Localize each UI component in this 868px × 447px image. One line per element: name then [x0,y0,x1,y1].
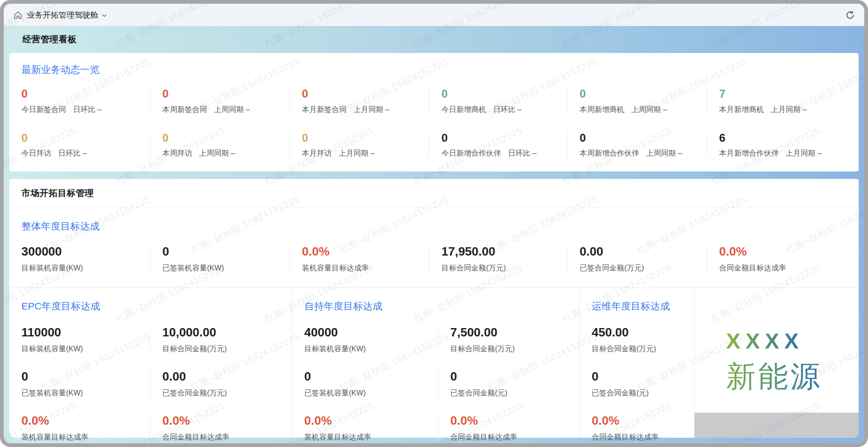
stat-label: 目标合同金额(万元) [441,263,567,273]
stat-label: 已签合同金额(元) [592,388,694,398]
stat-item: 17,950.00 目标合同金额(万元) [429,245,567,273]
stat-value: 6 [719,131,859,145]
stat-item: 7,500.00 目标合同金额(万元) [438,326,579,354]
stat-value: 0 [21,87,150,100]
stat-item: 0 本周拜访上周同期 – [150,131,289,159]
stat-item: 0 已签装机容量(KW) [292,370,438,398]
stat-value: 0.0% [592,414,694,428]
stat-item: 0 今日新增商机日环比 – [429,87,567,115]
stat-label: 装机容量目标达成率 [302,263,429,273]
overall-target-title: 整体年度目标达成 [21,220,859,233]
stat-label: 合同金额目标达成率 [450,433,579,442]
stat-item: 0.0% 合同金额目标达成率 [150,414,292,442]
market-target-panel: 市场开拓目标管理 整体年度目标达成 300000 目标装机容量(KW) 0 已签… [9,179,859,438]
stat-label: 今日拜访日环比 – [21,149,150,158]
stat-value: 0.0% [162,414,292,428]
epc-target-section: EPC年度目标达成 110000 目标装机容量(KW) 10,000.00 目标… [9,288,292,438]
app-window: 业务开拓管理驾驶舱 经营管理看板 最新业务动态一览 [0,0,868,447]
stat-item: 0.0% 合同金额目标达成率 [707,245,859,273]
stat-value: 0 [441,87,567,100]
stat-item: 450.00 目标合同金额(万元) [580,326,694,354]
stat-value: 300000 [21,245,150,259]
stat-value: 0 [302,131,429,145]
stat-item: 40000 目标装机容量(KW) [292,326,438,354]
stat-label: 目标合同金额(万元) [592,344,694,354]
stat-value: 0.0% [304,414,438,428]
stat-value: 0 [162,131,289,145]
page-title: 业务开拓管理驾驶舱 [27,10,98,20]
stat-label: 合同金额目标达成率 [719,263,859,273]
stat-label: 今日新增合作伙伴日环比 – [441,149,567,158]
stat-value: 110000 [21,326,150,340]
stat-value: 7 [719,87,859,100]
stat-item: 0.0% 合同金额目标达成率 [438,414,579,442]
stat-item: 0.0% 装机容量目标达成率 [292,414,438,442]
stat-item: 0 今日新签合同日环比 – [9,87,150,115]
stat-label: 本月新增合作伙伴上月同期 – [719,149,859,158]
stat-value: 40000 [304,326,438,340]
home-icon[interactable] [13,10,23,20]
stat-item: 10,000.00 目标合同金额(万元) [150,326,292,354]
stat-item: 6 本月新增合作伙伴上月同期 – [707,131,859,159]
stat-label: 目标合同金额(万元) [450,344,579,354]
latest-dynamics-grid: 0 今日新签合同日环比 – 0 本周新签合同上周同期 – 0 本月新签合同上月同… [9,87,859,158]
self-holding-target-section: 自持年度目标达成 40000 目标装机容量(KW) 7,500.00 目标合同金… [292,288,579,438]
stat-item: 0 本月拜访上月同期 – [289,131,429,159]
company-logo-line1: XXXX [726,329,804,354]
stat-label: 目标合同金额(万元) [162,344,292,354]
stat-value: 0 [580,131,707,145]
chevron-down-icon [101,12,107,19]
stat-value: 0 [450,370,579,384]
stat-label: 已签装机容量(KW) [21,388,150,398]
stat-label: 目标装机容量(KW) [21,344,150,354]
stat-item: 0 已签合同金额(元) [438,370,579,398]
stat-label: 本月拜访上月同期 – [302,149,429,158]
om-target-title: 运维年度目标达成 [592,300,694,313]
stat-label: 目标装机容量(KW) [21,263,150,273]
stat-item: 0.00 已签合同金额(万元) [567,245,707,273]
stat-item: 300000 目标装机容量(KW) [9,245,150,273]
stat-value: 0 [21,370,150,384]
stat-value: 0 [21,131,150,145]
stat-label: 本月新增商机上月同期 – [719,105,859,115]
stat-value: 0 [162,245,289,259]
company-logo-panel: XXXX 新能源 [694,288,859,438]
stat-item: 0.0% 合同金额目标达成率 [580,414,694,442]
stat-value: 17,950.00 [441,245,567,259]
stat-value: 0 [302,87,429,100]
stat-item: 0.0% 装机容量目标达成率 [289,245,429,273]
overall-target-grid: 300000 目标装机容量(KW) 0 已签装机容量(KW) 0.0% 装机容量… [9,245,859,273]
company-logo: XXXX 新能源 [694,300,859,397]
stat-label: 本周新增合作伙伴上周同期 – [580,149,707,158]
stat-item: 0 本周新签合同上周同期 – [150,87,289,115]
stat-value: 0 [580,87,707,100]
board-header: 经营管理看板 [9,26,859,53]
stat-value: 0 [304,370,438,384]
stat-label: 今日新签合同日环比 – [21,105,150,115]
latest-dynamics-card: 最新业务动态一览 0 今日新签合同日环比 – 0 本周新签合同上周同期 – 0 … [9,53,859,171]
stat-value: 0.0% [450,414,579,428]
stat-label: 已签合同金额(元) [450,388,579,398]
stat-label: 目标装机容量(KW) [304,344,438,354]
stat-item: 0 已签装机容量(KW) [150,245,289,273]
stat-value: 0.0% [21,414,150,428]
self-holding-target-title: 自持年度目标达成 [304,300,579,313]
page-title-dropdown[interactable]: 业务开拓管理驾驶舱 [27,10,107,20]
stat-item: 7 本月新增商机上月同期 – [707,87,859,115]
stat-value: 0.00 [162,370,292,384]
stat-item: 0 今日拜访日环比 – [9,131,150,159]
stat-value: 0 [441,131,567,145]
market-target-header: 市场开拓目标管理 [9,179,859,208]
stat-label: 已签装机容量(KW) [304,388,438,398]
stat-value: 0 [592,370,694,384]
stat-item: 110000 目标装机容量(KW) [9,326,150,354]
refresh-icon[interactable] [845,10,855,20]
stat-value: 450.00 [592,326,694,340]
stat-label: 已签合同金额(万元) [162,388,292,398]
stat-value: 10,000.00 [162,326,292,340]
stat-label: 装机容量目标达成率 [304,433,438,442]
stat-label: 已签装机容量(KW) [162,263,289,273]
stat-label: 合同金额目标达成率 [592,433,694,442]
stat-item: 0 本周新增合作伙伴上周同期 – [567,131,707,159]
stat-item: 0 本月新签合同上月同期 – [289,87,429,115]
